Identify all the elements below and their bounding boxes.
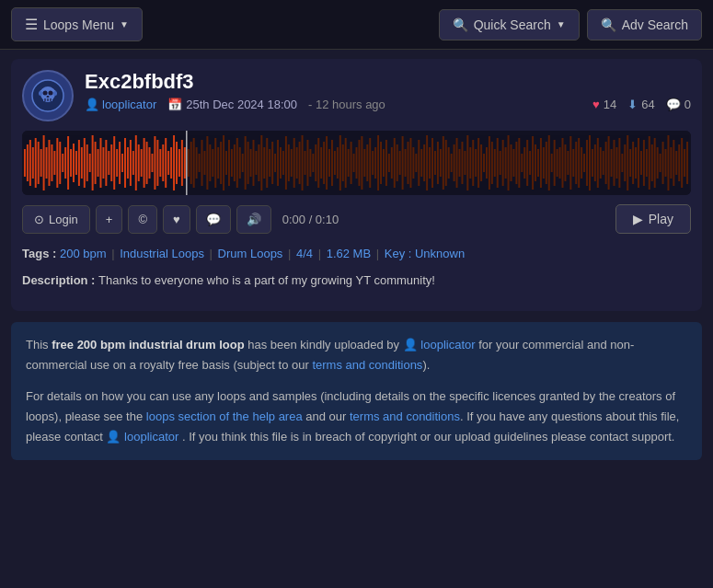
- svg-rect-11: [53, 91, 57, 96]
- svg-rect-47: [116, 149, 118, 177]
- svg-rect-54: [135, 135, 137, 190]
- tag-filesize[interactable]: 1.62 MB: [327, 247, 371, 260]
- svg-rect-40: [98, 149, 99, 177]
- adv-search-label: Adv Search: [622, 17, 688, 32]
- svg-rect-220: [586, 140, 588, 186]
- svg-rect-44: [108, 151, 109, 175]
- svg-point-4: [43, 91, 48, 96]
- svg-rect-187: [497, 138, 499, 188]
- controls-bar: ⊙ Login + © ♥ 💬 🔊 0:00 / 0:10 ▶ Play: [22, 204, 691, 234]
- tags-row: Tags : 200 bpm | Industrial Loops | Drum…: [22, 245, 691, 264]
- info-box: This free 200 bpm industrial drum loop h…: [11, 322, 702, 460]
- quick-search-button[interactable]: 🔍 Quick Search ▼: [439, 9, 580, 40]
- svg-rect-167: [443, 136, 444, 190]
- svg-rect-103: [269, 149, 270, 177]
- svg-rect-70: [178, 149, 180, 177]
- svg-rect-21: [46, 147, 48, 179]
- svg-rect-151: [399, 151, 401, 175]
- svg-rect-37: [89, 154, 91, 172]
- info-bold-text: free 200 bpm industrial drum loop: [52, 338, 244, 352]
- play-button[interactable]: ▶ Play: [615, 204, 691, 234]
- volume-button[interactable]: 🔊: [236, 205, 271, 234]
- copyright-button[interactable]: ©: [128, 205, 157, 234]
- svg-rect-142: [374, 147, 376, 179]
- comment-icon: 💬: [666, 98, 681, 111]
- svg-rect-93: [242, 154, 244, 172]
- info-terms-link-2[interactable]: terms and conditions: [350, 409, 460, 423]
- svg-rect-56: [141, 149, 143, 177]
- info-terms-link-1[interactable]: terms and conditions: [312, 358, 422, 372]
- svg-rect-246: [657, 147, 659, 179]
- svg-rect-125: [328, 149, 330, 177]
- tag-drum-loops[interactable]: Drum Loops: [218, 247, 283, 260]
- svg-rect-176: [466, 135, 468, 190]
- description-label: Description :: [22, 273, 98, 287]
- search-icon: 🔍: [453, 17, 468, 32]
- svg-rect-126: [331, 140, 333, 186]
- svg-rect-129: [339, 135, 341, 190]
- track-info: Exc2bfbdf3 👤 looplicator 📅 25th Dec 2024…: [85, 70, 691, 111]
- svg-rect-217: [578, 138, 580, 188]
- tags-label: Tags :: [22, 247, 60, 260]
- svg-rect-99: [258, 144, 259, 181]
- svg-rect-222: [592, 149, 593, 177]
- svg-rect-109: [285, 136, 287, 190]
- svg-rect-198: [526, 140, 528, 186]
- svg-rect-189: [502, 140, 504, 186]
- svg-rect-18: [38, 142, 40, 184]
- svg-rect-202: [537, 149, 539, 177]
- tag-industrial-loops[interactable]: Industrial Loops: [120, 247, 204, 260]
- svg-rect-110: [288, 144, 290, 181]
- likes-count: 14: [604, 98, 616, 111]
- svg-rect-17: [35, 138, 37, 188]
- favorite-button[interactable]: ♥: [163, 205, 190, 234]
- svg-rect-180: [477, 138, 479, 188]
- tag-200bpm[interactable]: 200 bpm: [60, 247, 107, 260]
- svg-rect-33: [78, 140, 80, 186]
- avatar-icon: [31, 79, 64, 112]
- svg-rect-172: [456, 138, 458, 188]
- svg-rect-19: [40, 149, 42, 177]
- svg-rect-225: [600, 147, 602, 179]
- svg-rect-77: [199, 154, 201, 172]
- main-content: Exc2bfbdf3 👤 looplicator 📅 25th Dec 2024…: [0, 50, 713, 469]
- tag-44[interactable]: 4/4: [296, 247, 313, 260]
- svg-rect-105: [274, 154, 276, 172]
- user-link[interactable]: 👤 looplicator: [85, 98, 156, 111]
- svg-rect-181: [480, 144, 482, 181]
- svg-rect-20: [43, 135, 45, 190]
- svg-rect-191: [508, 135, 510, 190]
- svg-rect-215: [572, 149, 574, 177]
- svg-rect-226: [603, 151, 604, 175]
- play-label: Play: [649, 212, 673, 226]
- svg-rect-254: [678, 144, 680, 181]
- tag-key[interactable]: Key : Unknown: [385, 247, 465, 260]
- svg-point-5: [49, 91, 53, 96]
- waveform[interactable]: [22, 131, 691, 195]
- svg-rect-213: [567, 151, 569, 175]
- svg-rect-155: [409, 138, 411, 188]
- svg-rect-120: [315, 144, 316, 181]
- svg-rect-192: [511, 144, 512, 181]
- svg-rect-128: [337, 147, 339, 179]
- hamburger-icon: ☰: [25, 16, 38, 33]
- svg-rect-218: [581, 147, 582, 179]
- svg-rect-134: [353, 154, 355, 172]
- svg-rect-15: [29, 140, 31, 186]
- add-button[interactable]: +: [96, 205, 123, 234]
- login-icon: ⊙: [34, 213, 44, 226]
- svg-rect-13: [24, 149, 26, 177]
- info-loops-help-link[interactable]: loops section of the help area: [146, 409, 303, 423]
- loops-menu-button[interactable]: ☰ Loops Menu ▼: [11, 7, 143, 41]
- svg-rect-62: [156, 140, 158, 186]
- info-user-link[interactable]: looplicator: [420, 335, 475, 355]
- svg-rect-137: [361, 136, 362, 190]
- svg-rect-130: [342, 144, 344, 181]
- plus-icon: +: [106, 213, 113, 226]
- svg-rect-133: [351, 142, 352, 184]
- svg-rect-228: [608, 136, 610, 190]
- comment-button[interactable]: 💬: [196, 205, 231, 234]
- adv-search-button[interactable]: 🔍 Adv Search: [587, 9, 702, 40]
- login-button[interactable]: ⊙ Login: [22, 205, 90, 234]
- info-user-link-2[interactable]: looplicator: [124, 427, 178, 447]
